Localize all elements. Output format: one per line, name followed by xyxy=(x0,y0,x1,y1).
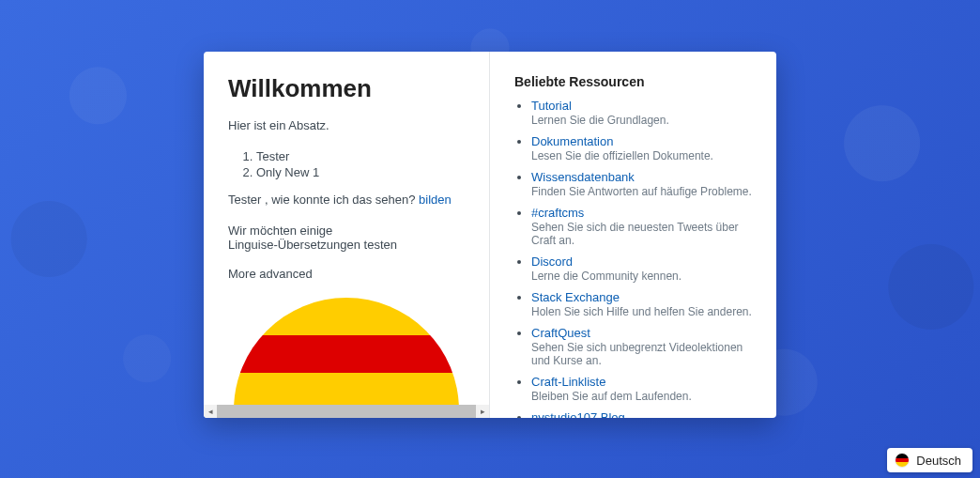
resource-item: Stack Exchange Holen Sie sich Hilfe und … xyxy=(531,290,752,318)
flag-stripe xyxy=(234,373,459,405)
resource-item: nystudio107 Blog Lernen Sie Handwerk und… xyxy=(531,410,752,418)
language-switcher[interactable]: Deutsch xyxy=(887,448,972,472)
resource-desc: Lernen Sie die Grundlagen. xyxy=(531,114,752,127)
resource-desc: Sehen Sie sich die neuesten Tweets über … xyxy=(531,221,752,247)
resource-item: Discord Lerne die Community kennen. xyxy=(531,254,752,283)
ordered-list: Tester Only New 1 xyxy=(256,149,465,179)
main-scroll[interactable]: Willkommen Hier ist ein Absatz. Tester O… xyxy=(204,52,489,405)
sidebar-scroll[interactable]: Beliebte Ressourcen Tutorial Lernen Sie … xyxy=(490,52,776,418)
resource-link-stackexchange[interactable]: Stack Exchange xyxy=(531,290,620,304)
list-item: Tester xyxy=(256,149,465,163)
resource-desc: Lerne die Community kennen. xyxy=(531,270,752,283)
resource-desc: Holen Sie sich Hilfe und helfen Sie ande… xyxy=(531,305,752,318)
resource-link-nystudio107[interactable]: nystudio107 Blog xyxy=(531,410,625,418)
question-text: Tester , wie konnte ich das sehen? xyxy=(228,193,419,207)
scroll-left-icon[interactable]: ◂ xyxy=(204,405,217,418)
resource-desc: Sehen Sie sich unbegrenzt Videolektionen… xyxy=(531,341,752,367)
resource-item: Craft-Linkliste Bleiben Sie auf dem Lauf… xyxy=(531,375,752,403)
resource-link-knowledgebase[interactable]: Wissensdatenbank xyxy=(531,170,635,184)
scroll-thumb[interactable] xyxy=(217,405,476,418)
resource-link-craftquest[interactable]: CraftQuest xyxy=(531,326,590,340)
horizontal-scrollbar[interactable]: ◂ ▸ xyxy=(204,405,489,418)
translate-line-2: Linguise-Übersetzungen testen xyxy=(228,238,465,252)
resource-desc: Lesen Sie die offiziellen Dokumente. xyxy=(531,149,752,162)
flag-stripe xyxy=(234,298,459,335)
sidebar-title: Beliebte Ressourcen xyxy=(514,74,752,89)
flag-stripe xyxy=(234,335,459,373)
intro-paragraph: Hier ist ein Absatz. xyxy=(228,118,465,132)
resource-item: CraftQuest Sehen Sie sich unbegrenzt Vid… xyxy=(531,326,752,367)
welcome-card: Willkommen Hier ist ein Absatz. Tester O… xyxy=(204,52,776,418)
translate-line-1: Wir möchten einige xyxy=(228,224,465,238)
resource-item: #craftcms Sehen Sie sich die neuesten Tw… xyxy=(531,206,752,247)
bilden-link[interactable]: bilden xyxy=(419,193,452,207)
resource-link-discord[interactable]: Discord xyxy=(531,254,573,269)
scroll-right-icon[interactable]: ▸ xyxy=(476,405,489,418)
resource-desc: Bleiben Sie auf dem Laufenden. xyxy=(531,390,752,403)
language-label: Deutsch xyxy=(916,454,961,468)
resource-link-craftcms[interactable]: #craftcms xyxy=(531,206,584,220)
question-line: Tester , wie konnte ich das sehen? bilde… xyxy=(228,193,465,207)
list-item: Only New 1 xyxy=(256,165,465,179)
resource-item: Tutorial Lernen Sie die Grundlagen. xyxy=(531,99,752,127)
resource-item: Dokumentation Lesen Sie die offiziellen … xyxy=(531,134,752,162)
more-advanced: More advanced xyxy=(228,267,465,281)
germany-flag-graphic xyxy=(234,298,459,405)
resource-link-tutorial[interactable]: Tutorial xyxy=(531,99,572,113)
resource-link-documentation[interactable]: Dokumentation xyxy=(531,134,613,148)
page-title: Willkommen xyxy=(228,74,465,103)
main-pane: Willkommen Hier ist ein Absatz. Tester O… xyxy=(204,52,490,418)
resource-item: Wissensdatenbank Finden Sie Antworten au… xyxy=(531,170,752,198)
resource-link-linklist[interactable]: Craft-Linkliste xyxy=(531,375,605,389)
resource-desc: Finden Sie Antworten auf häufige Problem… xyxy=(531,185,752,198)
resource-list: Tutorial Lernen Sie die Grundlagen. Doku… xyxy=(531,99,752,418)
sidebar-pane: Beliebte Ressourcen Tutorial Lernen Sie … xyxy=(490,52,776,418)
flag-germany-icon xyxy=(895,453,910,468)
